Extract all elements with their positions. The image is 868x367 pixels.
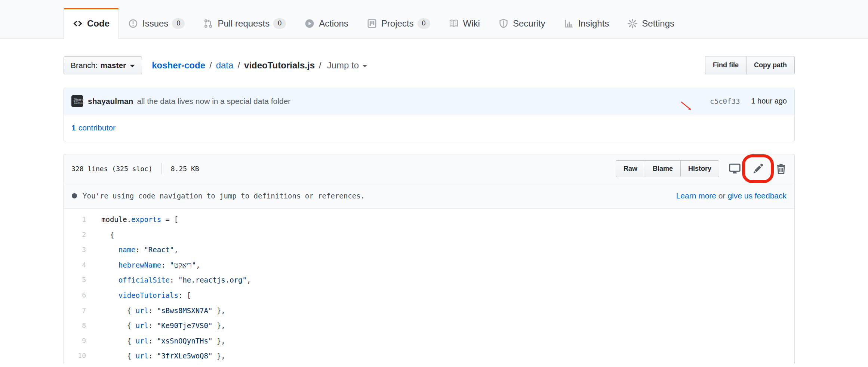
- code-token: {: [101, 231, 114, 239]
- learn-more-link[interactable]: Learn more: [676, 191, 716, 200]
- breadcrumb-repo-link[interactable]: kosher-code: [152, 60, 205, 71]
- code-navigation-banner: You're using code navigation to jump to …: [64, 183, 794, 209]
- code-token: },: [212, 352, 225, 360]
- line-number[interactable]: 6: [64, 288, 94, 303]
- code-token: :: [148, 321, 157, 330]
- code-token: "Ke90Tje7VS0": [157, 321, 213, 330]
- code-token: },: [212, 306, 225, 315]
- line-number[interactable]: 9: [64, 333, 94, 349]
- blame-button[interactable]: Blame: [645, 160, 681, 177]
- code-line: 4 hebrewName: "ריאקט",: [64, 257, 794, 273]
- code-token: url: [136, 321, 148, 330]
- tab-label: Wiki: [463, 18, 480, 29]
- code-line: 3 name: "React",: [64, 242, 794, 257]
- tab-insights[interactable]: Insights: [555, 9, 619, 38]
- tab-projects[interactable]: Projects0: [358, 9, 440, 38]
- code-token: {: [101, 352, 136, 360]
- tab-security[interactable]: Security: [489, 9, 555, 38]
- code-token: url: [136, 352, 148, 360]
- tab-pull-requests[interactable]: Pull requests0: [194, 9, 295, 38]
- code-token: {: [101, 337, 136, 345]
- code-nav-text: You're using code navigation to jump to …: [83, 192, 365, 200]
- avatar[interactable]: Shaya Ulman: [71, 95, 83, 107]
- open-in-desktop-button[interactable]: [729, 163, 741, 175]
- code-content: videoTutorials: [: [94, 288, 794, 303]
- tab-label: Insights: [578, 18, 609, 29]
- tab-label: Issues: [142, 18, 168, 29]
- copy-path-button[interactable]: Copy path: [746, 56, 795, 74]
- line-number[interactable]: 4: [64, 257, 94, 273]
- code-token: officialSite: [118, 276, 170, 284]
- commit-author-link[interactable]: shayaulman: [88, 97, 133, 106]
- code-token: [101, 261, 118, 269]
- tab-actions[interactable]: Actions: [295, 9, 358, 38]
- code-token: {: [101, 306, 136, 315]
- raw-button[interactable]: Raw: [616, 160, 645, 177]
- delete-file-button[interactable]: [775, 163, 787, 175]
- tab-settings[interactable]: Settings: [618, 9, 684, 38]
- code-line: 9 { url: "xsSnOQynTHs" },: [64, 333, 794, 349]
- code-token: "React": [144, 246, 174, 254]
- code-content: { url: "Ke90Tje7VS0" },: [94, 318, 794, 333]
- edit-file-button[interactable]: [752, 163, 764, 175]
- line-number[interactable]: 10: [64, 348, 94, 364]
- code-token: :: [148, 352, 157, 360]
- tab-code[interactable]: Code: [64, 8, 119, 39]
- code-content: officialSite: "he.reactjs.org",: [94, 272, 794, 288]
- file-lines-info: 328 lines (325 sloc): [71, 165, 153, 173]
- chevron-down-icon: [363, 65, 367, 67]
- code-content: name: "React",: [94, 242, 794, 257]
- feedback-link[interactable]: give us feedback: [727, 191, 787, 200]
- contributors-link[interactable]: 1contributor: [71, 123, 116, 132]
- tab-label: Pull requests: [218, 18, 270, 29]
- commit-sha-link[interactable]: c5c0f33: [710, 97, 740, 105]
- tab-wiki[interactable]: Wiki: [440, 9, 489, 38]
- find-file-button[interactable]: Find file: [705, 56, 747, 74]
- code-token: "3frXLe5woQ8": [157, 352, 213, 360]
- code-nav-links: Learn more or give us feedback: [676, 191, 787, 200]
- line-number[interactable]: 7: [64, 303, 94, 318]
- code-token: :: [136, 246, 144, 254]
- line-number[interactable]: 1: [64, 212, 94, 227]
- jump-to-button[interactable]: Jump to: [327, 60, 367, 71]
- code-token: :: [170, 276, 178, 284]
- project-icon: [367, 19, 377, 28]
- code-token: url: [136, 337, 148, 345]
- commit-message-link[interactable]: all the data lives now in a special data…: [137, 97, 290, 106]
- code-token: :: [161, 261, 170, 269]
- commit-box: Shaya Ulman shayaulman all the data live…: [64, 88, 795, 141]
- code-token: ,: [247, 276, 251, 284]
- line-number[interactable]: 3: [64, 242, 94, 257]
- tab-issues[interactable]: Issues0: [119, 9, 194, 38]
- code-token: [101, 246, 118, 254]
- counter-badge: 0: [418, 18, 430, 29]
- code-token: :: [148, 337, 157, 345]
- history-button[interactable]: History: [680, 160, 719, 177]
- latest-commit: Shaya Ulman shayaulman all the data live…: [64, 88, 794, 114]
- contributors-row: 1contributor: [64, 114, 794, 141]
- line-number[interactable]: 5: [64, 272, 94, 288]
- chevron-down-icon: [130, 65, 135, 67]
- code-token: "sBws8MSXN7A": [157, 306, 213, 315]
- commit-time: 1 hour ago: [751, 97, 787, 105]
- jump-to-label: Jump to: [327, 60, 359, 71]
- code-icon: [73, 19, 83, 28]
- divider: [161, 163, 162, 174]
- code-token: name: [118, 246, 136, 254]
- file-info: 328 lines (325 sloc) 8.25 KB: [71, 163, 199, 174]
- file-box: 328 lines (325 sloc) 8.25 KB RawBlameHis…: [64, 154, 795, 364]
- code-line: 1module.exports = [: [64, 212, 794, 227]
- tab-label: Security: [513, 18, 545, 29]
- breadcrumb-separator: /: [319, 60, 321, 71]
- line-number[interactable]: 8: [64, 318, 94, 333]
- code-line: 10 { url: "3frXLe5woQ8" },: [64, 348, 794, 364]
- breadcrumb-dir-link[interactable]: data: [216, 60, 234, 71]
- file-action-buttons: Find file Copy path: [705, 56, 795, 74]
- code-token: ,: [174, 246, 178, 254]
- line-number[interactable]: 2: [64, 227, 94, 243]
- gear-icon: [628, 19, 637, 28]
- code-token: exports: [131, 215, 161, 223]
- code-token: "ריאקט": [170, 261, 196, 269]
- branch-select-button[interactable]: Branch:master: [64, 56, 142, 74]
- code-line: 7 { url: "sBws8MSXN7A" },: [64, 303, 794, 318]
